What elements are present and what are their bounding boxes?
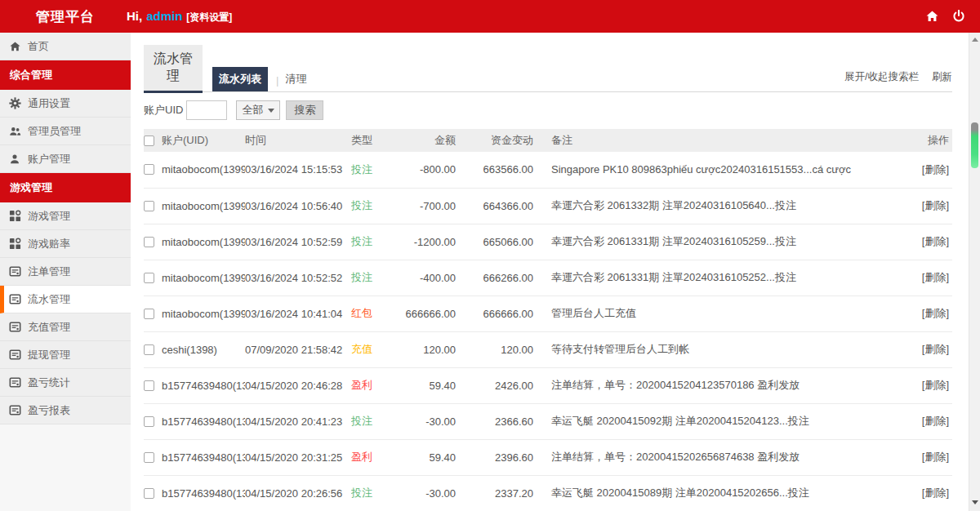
cell-amount: -400.00 [390,260,456,295]
tab-clean[interactable]: 清理 [285,72,306,91]
delete-link[interactable]: [删除] [922,379,949,391]
cell-time: 04/15/2020 20:41:23 [245,403,351,439]
row-checkbox[interactable] [144,201,154,211]
vertical-scrollbar[interactable] [969,33,980,511]
sidebar-item-recharge-manage[interactable]: 充值管理 [0,313,131,341]
table-row: b15774639480(1300)04/15/2020 20:41:23投注-… [144,403,952,439]
row-checkbox[interactable] [144,309,154,319]
col-type: 类型 [351,129,390,152]
cell-action: [删除] [903,295,952,331]
search-bar: 账户UID 全部 搜索 [144,92,952,129]
list-icon [8,376,21,389]
scrollbar-thumb[interactable] [971,122,978,168]
sidebar-item-account-manage[interactable]: 账户管理 [0,145,131,173]
cell-balance: 2366.60 [456,403,533,439]
row-checkbox[interactable] [144,344,154,355]
table-row: b15774639480(1300)04/15/2020 20:46:28盈利5… [144,367,952,403]
cell-account: mitaobocom(1399) [162,188,245,224]
cell-action: [删除] [903,439,952,475]
cell-account: ceshi(1398) [162,331,245,367]
tab-flow-list[interactable]: 流水列表 [212,67,268,91]
profile-settings-link[interactable]: [资料设置] [186,11,232,24]
row-checkbox-cell [144,224,162,260]
row-checkbox[interactable] [144,416,154,427]
row-checkbox[interactable] [144,164,154,175]
col-amount: 金额 [390,129,456,152]
cell-time: 04/15/2020 20:31:25 [245,439,351,475]
sidebar-item-profit-stats[interactable]: 盈亏统计 [0,369,131,397]
cell-remark: 幸运飞艇 20200415089期 注单20200415202656...投注 [533,475,903,511]
sidebar-item-profit-report[interactable]: 盈亏报表 [0,397,131,424]
cell-balance: 2337.20 [456,475,533,511]
row-checkbox[interactable] [144,237,154,247]
toggle-search-link[interactable]: 展开/收起搜索栏 [844,70,919,84]
cell-type: 投注 [351,475,390,511]
sidebar-item-game-manage[interactable]: 游戏管理 [0,202,131,230]
sidebar-item-bet-manage[interactable]: 注单管理 [0,258,131,286]
brand-title: 管理平台 [0,7,131,26]
cell-account: b15774639480(1300) [162,403,245,439]
home-icon [8,40,21,53]
delete-link[interactable]: [删除] [922,271,949,283]
sidebar-item-label: 游戏管理 [28,209,70,224]
cell-type: 盈利 [351,367,390,403]
sidebar-item-label: 盈亏统计 [28,375,70,390]
greeting-prefix: Hi, [127,9,142,23]
row-checkbox-cell [144,367,162,403]
username: admin [146,9,182,23]
sidebar-item-game-odds[interactable]: 游戏赔率 [0,230,131,258]
delete-link[interactable]: [删除] [922,343,949,355]
row-checkbox[interactable] [144,452,154,463]
cell-type: 盈利 [351,439,390,475]
cell-type: 投注 [351,224,390,260]
delete-link[interactable]: [删除] [922,487,949,499]
refresh-link[interactable]: 刷新 [932,70,952,84]
sidebar-item-general-settings[interactable]: 通用设置 [0,90,131,118]
row-checkbox[interactable] [144,488,154,499]
search-button[interactable]: 搜索 [286,100,323,120]
cell-remark: 幸運六合彩 2061332期 注單20240316105640...投注 [533,188,903,224]
cell-remark: 幸运飞艇 20200415092期 注单20200415204123...投注 [533,403,903,439]
cell-action: [删除] [903,403,952,439]
user-greeting: Hi, admin [资料设置] [127,9,232,24]
row-checkbox[interactable] [144,380,154,391]
select-all-checkbox[interactable] [144,136,154,146]
delete-link[interactable]: [删除] [922,307,949,319]
sidebar-item-label: 盈亏报表 [28,403,70,418]
delete-link[interactable]: [删除] [922,415,949,427]
delete-link[interactable]: [删除] [922,163,949,176]
cell-account: mitaobocom(1399) [162,260,245,295]
sidebar-item-label: 充值管理 [28,320,70,335]
power-icon[interactable] [952,10,965,23]
sidebar-item-flow-manage[interactable]: 流水管理 [0,286,131,313]
scroll-down-arrow-icon[interactable] [972,500,978,504]
table-row: mitaobocom(1399)03/16/2024 10:52:52投注-40… [144,260,952,295]
cell-type: 投注 [351,260,390,295]
delete-link[interactable]: [删除] [922,451,949,463]
sidebar-item-withdraw-manage[interactable]: 提现管理 [0,341,131,369]
cell-action: [删除] [903,188,952,224]
uid-label: 账户UID [144,103,183,118]
cell-balance: 665066.00 [456,224,533,260]
row-checkbox-cell [144,295,162,331]
list-icon [8,321,21,334]
home-icon[interactable] [925,10,939,23]
cell-account: b15774639480(1300) [162,367,245,403]
col-remark: 备注 [533,129,903,152]
cell-type: 投注 [351,188,390,224]
cell-action: [删除] [903,367,952,403]
cell-time: 03/16/2024 10:56:40 [245,188,351,224]
delete-link[interactable]: [删除] [922,199,949,211]
row-checkbox-cell [144,260,162,295]
sidebar-item-admin-manage[interactable]: 管理员管理 [0,118,131,145]
scroll-up-arrow-icon[interactable] [972,38,978,42]
table-row: mitaobocom(1399)03/16/2024 10:41:04红包666… [144,295,952,331]
uid-input[interactable] [186,100,227,120]
grid-icon [8,238,21,251]
type-select[interactable]: 全部 [236,100,280,120]
delete-link[interactable]: [删除] [922,235,949,247]
cell-balance: 120.00 [456,331,533,367]
sidebar-item-home[interactable]: 首页 [0,33,131,60]
topbar-actions [925,10,980,23]
row-checkbox[interactable] [144,273,154,283]
